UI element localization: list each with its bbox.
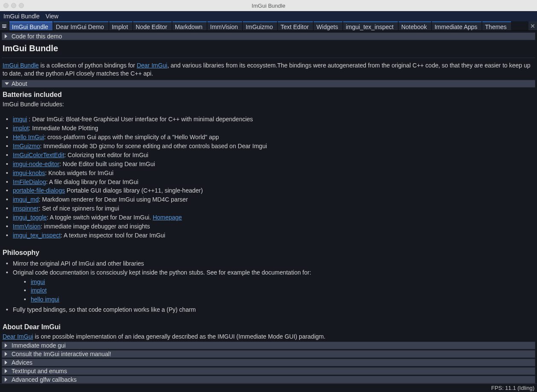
divider — [2, 58, 535, 58]
list-item: imspinner: Set of nice spinners for imgu… — [6, 204, 535, 213]
content-area: Code for this demo ImGui Bundle ImGui Bu… — [0, 31, 537, 383]
philosophy-sublist: imgui implot hello imgui — [13, 277, 535, 305]
library-link[interactable]: imgui-node-editor — [13, 161, 59, 167]
collapser-textinput-enums[interactable]: TextInput and enums — [2, 367, 535, 375]
link-dear-imgui-2[interactable]: Dear ImGui — [3, 333, 33, 340]
list-item: ImmVision: immediate image debugger and … — [6, 222, 535, 231]
tab-widgets[interactable]: Widgets — [314, 21, 342, 30]
list-item: imgui_toggle: A toggle switch widget for… — [6, 213, 535, 222]
list-item: Mirror the original API of ImGui and oth… — [6, 259, 535, 268]
window-title: ImGui Bundle — [0, 3, 537, 9]
philosophy-list: Mirror the original API of ImGui and oth… — [2, 258, 535, 315]
library-link[interactable]: Hello ImGui — [13, 134, 44, 140]
link-imgui-bundle[interactable]: ImGui Bundle — [3, 62, 39, 69]
libraries-list: imgui : Dear ImGui: Bloat-free Graphical… — [2, 114, 535, 240]
page-title: ImGui Bundle — [3, 44, 535, 53]
tab-list-menu-icon[interactable] — [0, 21, 9, 30]
collapser-code-for-demo[interactable]: Code for this demo — [2, 32, 535, 40]
list-item: Hello ImGui: cross-platform Gui apps wit… — [6, 133, 535, 142]
philosophy-heading: Philosophy — [3, 249, 535, 257]
link-imgui-doc[interactable]: imgui — [31, 278, 45, 285]
list-item: implot — [24, 286, 535, 295]
list-item: imgui-node-editor: Node Editor built usi… — [6, 160, 535, 169]
library-link[interactable]: ImGuiColorTextEdit — [13, 152, 64, 158]
tab-themes[interactable]: Themes — [482, 21, 511, 30]
tabbar: ImGui Bundle Dear ImGui Demo Implot Node… — [0, 21, 537, 31]
chevron-right-icon — [5, 34, 9, 38]
collapser-consult-manual[interactable]: Consult the ImGui interactive manual! — [2, 350, 535, 358]
chevron-down-icon — [5, 82, 9, 87]
chevron-right-icon — [5, 360, 9, 365]
tab-immvision[interactable]: ImmVision — [207, 21, 242, 30]
about-paragraph: Dear ImGui is one possible implementatio… — [2, 333, 535, 341]
list-item: imgui_md: Markdown renderer for Dear ImG… — [6, 195, 535, 204]
collapser-glfw-callbacks[interactable]: Advanced glfw callbacks — [2, 376, 535, 383]
batteries-intro: ImGui Bundle includes: — [2, 100, 535, 108]
tab-implot[interactable]: Implot — [109, 21, 132, 30]
batteries-heading: Batteries included — [3, 91, 535, 99]
window-titlebar: ImGui Bundle — [0, 0, 537, 11]
tab-text-editor[interactable]: Text Editor — [278, 21, 313, 30]
menu-imgui-bundle[interactable]: ImGui Bundle — [3, 13, 40, 20]
library-link[interactable]: portable-file-dialogs — [13, 187, 65, 194]
library-link[interactable]: imgui_tex_inspect — [13, 232, 61, 239]
list-item: ImFileDialog: A file dialog library for … — [6, 178, 535, 187]
tab-notebook[interactable]: Notebook — [399, 21, 431, 30]
library-link[interactable]: ImGuizmo — [13, 143, 40, 149]
library-link[interactable]: ImFileDialog — [13, 178, 46, 185]
tab-immediate-apps[interactable]: Immediate Apps — [432, 21, 482, 30]
library-link[interactable]: imgui — [13, 116, 27, 123]
link-implot-doc[interactable]: implot — [31, 287, 47, 294]
list-item: imgui_tex_inspect: A texture inspector t… — [6, 231, 535, 240]
collapser-about[interactable]: About — [2, 80, 535, 88]
fps-status: FPS: 11.1 (Idling) — [491, 385, 534, 391]
list-item: imgui — [24, 278, 535, 287]
tab-dear-imgui-demo[interactable]: Dear ImGui Demo — [53, 21, 108, 30]
list-item: implot: Immediate Mode Plotting — [6, 124, 535, 133]
library-link[interactable]: implot — [13, 125, 29, 132]
list-item: ImGuizmo: Immediate mode 3D gizmo for sc… — [6, 142, 535, 151]
library-link[interactable]: imgui-knobs — [13, 170, 45, 176]
chevron-right-icon — [5, 352, 9, 356]
list-item: Fully typed bindings, so that code compl… — [6, 305, 535, 314]
list-item: ImGuiColorTextEdit: Colorizing text edit… — [6, 151, 535, 160]
link-hello-imgui-doc[interactable]: hello imgui — [31, 296, 59, 303]
tab-node-editor[interactable]: Node Editor — [133, 21, 172, 30]
menu-view[interactable]: View — [46, 13, 58, 20]
menubar: ImGui Bundle View — [0, 11, 537, 21]
library-link[interactable]: ImmVision — [13, 223, 41, 230]
about-dear-imgui-heading: About Dear ImGui — [3, 323, 535, 331]
tab-imgui-tex-inspect[interactable]: imgui_tex_inspect — [343, 21, 398, 30]
tab-imguizmo[interactable]: ImGuizmo — [243, 21, 277, 30]
tab-close-icon[interactable]: ✕ — [528, 21, 537, 30]
link-dear-imgui[interactable]: Dear ImGui — [137, 62, 167, 69]
collapser-immediate-mode-gui[interactable]: Immediate mode gui — [2, 342, 535, 349]
library-link[interactable]: imgui_toggle — [13, 214, 47, 221]
list-item: imgui : Dear ImGui: Bloat-free Graphical… — [6, 115, 535, 124]
intro-paragraph: ImGui Bundle is a collection of python b… — [2, 61, 535, 78]
tab-imgui-bundle[interactable]: ImGui Bundle — [9, 21, 53, 30]
tab-markdown[interactable]: Markdown — [172, 21, 207, 30]
list-item: imgui-knobs: Knobs widgets for ImGui — [6, 169, 535, 178]
chevron-right-icon — [5, 369, 9, 373]
library-link[interactable]: imspinner — [13, 205, 39, 212]
collapser-advices[interactable]: Advices — [2, 359, 535, 366]
list-item: Original code documentation is conscious… — [6, 268, 535, 306]
list-item: hello imgui — [24, 295, 535, 304]
library-link[interactable]: imgui_md — [13, 196, 39, 203]
status-bar: FPS: 11.1 (Idling) — [0, 383, 537, 392]
chevron-right-icon — [5, 343, 9, 348]
list-item: portable-file-dialogs Portable GUI dialo… — [6, 186, 535, 195]
chevron-right-icon — [5, 377, 9, 382]
library-homepage-link[interactable]: Homepage — [153, 214, 182, 221]
